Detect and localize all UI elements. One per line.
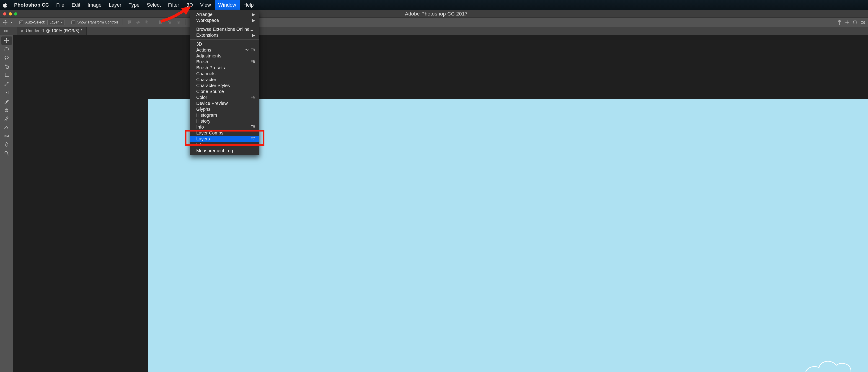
submenu-arrow-icon: ▶	[252, 18, 255, 23]
menu-item-label: Layer Comps	[196, 130, 255, 135]
align-left-icon[interactable]	[157, 19, 165, 26]
menu-item-shortcut: F8	[250, 125, 255, 129]
align-bottom-icon[interactable]	[143, 19, 151, 26]
tabbar-expand-icon[interactable]	[1, 29, 11, 33]
cloud-illustration-icon	[802, 350, 861, 372]
menu-item-label: Channels	[196, 71, 255, 76]
submenu-arrow-icon: ▶	[252, 32, 255, 38]
menu-item-label: Libraries	[196, 142, 255, 148]
close-tab-icon[interactable]: ×	[21, 29, 23, 33]
window-minimize-icon[interactable]	[9, 12, 12, 16]
window-close-icon[interactable]	[3, 12, 6, 16]
menu-item-label: 3D	[196, 41, 255, 47]
window-menu-item-brush[interactable]: BrushF5	[190, 59, 259, 65]
window-menu-item-channels[interactable]: Channels	[190, 71, 259, 76]
camera-icon[interactable]	[859, 19, 866, 26]
crop-tool[interactable]	[1, 71, 12, 79]
menubar-item-edit[interactable]: Edit	[68, 0, 84, 10]
align-vcenter-icon[interactable]	[134, 19, 142, 26]
menu-item-label: Glyphs	[196, 107, 255, 112]
menu-item-label: Character Styles	[196, 83, 255, 88]
menubar-item-3d[interactable]: 3D	[183, 0, 196, 10]
show-transform-checkbox[interactable]	[71, 21, 75, 24]
menu-item-label: Extensions	[196, 33, 252, 38]
menubar-app-name[interactable]: Photoshop CC	[10, 0, 53, 10]
document-tab[interactable]: × Untitled-1 @ 100% (RGB/8) *	[17, 27, 87, 35]
window-menu-item-history[interactable]: History	[190, 118, 259, 124]
move-tool[interactable]	[1, 36, 12, 45]
menubar-item-help[interactable]: Help	[240, 0, 257, 10]
window-menu-item-adjustments[interactable]: Adjustments	[190, 53, 259, 59]
window-menu-item-actions[interactable]: Actions⌥ F9	[190, 47, 259, 53]
window-menu-item-clone-source[interactable]: Clone Source	[190, 88, 259, 94]
menubar-item-filter[interactable]: Filter	[164, 0, 183, 10]
window-menu-item-extensions[interactable]: Extensions▶	[190, 32, 259, 38]
window-menu-item-layers[interactable]: LayersF7	[190, 136, 259, 142]
window-menu-item-brush-presets[interactable]: Brush Presets	[190, 65, 259, 71]
window-menu-item-arrange[interactable]: Arrange▶	[190, 11, 259, 17]
window-menu-item-character[interactable]: Character	[190, 76, 259, 83]
move-tool-indicator-icon[interactable]	[2, 19, 9, 26]
menubar-item-window[interactable]: Window	[215, 0, 240, 10]
menu-item-label: Character	[196, 77, 255, 82]
menu-item-shortcut: F6	[250, 95, 255, 100]
menu-item-shortcut: F5	[250, 60, 255, 64]
window-menu-item-measurement-log[interactable]: Measurement Log	[190, 148, 259, 154]
window-traffic-lights[interactable]	[0, 12, 21, 16]
options-bar: Auto-Select: Layer Show Transform Contro…	[0, 18, 868, 27]
align-right-icon[interactable]	[175, 19, 182, 26]
clone-stamp-tool[interactable]	[1, 106, 12, 114]
rect-marquee-tool[interactable]	[1, 45, 12, 53]
canvas-area[interactable]	[13, 35, 868, 372]
document-tab-title: Untitled-1 @ 100% (RGB/8) *	[26, 29, 82, 33]
menu-item-label: Clone Source	[196, 89, 255, 94]
menubar-item-file[interactable]: File	[53, 0, 68, 10]
window-menu-item-3d[interactable]: 3D	[190, 41, 259, 47]
window-menu-item-layer-comps[interactable]: Layer Comps	[190, 130, 259, 136]
menubar-item-select[interactable]: Select	[143, 0, 164, 10]
align-hcenter-icon[interactable]	[166, 19, 174, 26]
quick-select-tool[interactable]	[1, 62, 12, 71]
window-menu-item-libraries[interactable]: Libraries	[190, 142, 259, 148]
menu-item-label: Info	[196, 124, 250, 130]
eyedropper-tool[interactable]	[1, 80, 12, 88]
menu-item-label: Layers	[196, 136, 250, 142]
align-group-1	[126, 19, 151, 26]
menu-item-label: Histogram	[196, 113, 255, 118]
dodge-tool[interactable]	[1, 149, 12, 157]
menubar-item-type[interactable]: Type	[125, 0, 143, 10]
window-menu-item-glyphs[interactable]: Glyphs	[190, 106, 259, 112]
3d-mode-icon[interactable]	[836, 19, 843, 26]
window-menu-item-device-preview[interactable]: Device Preview	[190, 100, 259, 106]
window-zoom-icon[interactable]	[14, 12, 17, 16]
apple-menu-icon[interactable]	[0, 0, 10, 10]
document-tab-bar: × Untitled-1 @ 100% (RGB/8) *	[0, 27, 868, 35]
auto-select-checkbox[interactable]	[20, 21, 23, 24]
tool-preset-dropdown-icon[interactable]	[10, 20, 13, 24]
menubar-item-layer[interactable]: Layer	[105, 0, 125, 10]
window-menu-item-color[interactable]: ColorF6	[190, 94, 259, 100]
lasso-tool[interactable]	[1, 54, 12, 62]
menubar-item-image[interactable]: Image	[84, 0, 105, 10]
window-titlebar: Adobe Photoshop CC 2017	[0, 10, 868, 18]
blur-tool[interactable]	[1, 141, 12, 149]
auto-select-label: Auto-Select:	[25, 20, 45, 24]
auto-select-dropdown[interactable]: Layer	[48, 20, 65, 25]
eraser-tool[interactable]	[1, 123, 12, 131]
rotate-icon[interactable]	[851, 19, 859, 26]
align-group-2	[157, 19, 182, 26]
healing-brush-tool[interactable]	[1, 88, 12, 97]
brush-tool[interactable]	[1, 97, 12, 105]
history-brush-tool[interactable]	[1, 115, 12, 123]
gradient-tool[interactable]	[1, 132, 12, 140]
window-menu-item-info[interactable]: InfoF8	[190, 124, 259, 130]
menubar-item-view[interactable]: View	[196, 0, 215, 10]
window-menu-item-histogram[interactable]: Histogram	[190, 112, 259, 118]
window-menu-item-browse-extensions-online[interactable]: Browse Extensions Online...	[190, 26, 259, 32]
align-to-canvas-icon[interactable]	[844, 19, 851, 26]
window-menu-item-workspace[interactable]: Workspace▶	[190, 17, 259, 23]
align-top-icon[interactable]	[126, 19, 133, 26]
window-menu-item-character-styles[interactable]: Character Styles	[190, 83, 259, 88]
window-title: Adobe Photoshop CC 2017	[21, 11, 852, 17]
macos-menubar: Photoshop CCFileEditImageLayerTypeSelect…	[0, 0, 868, 10]
